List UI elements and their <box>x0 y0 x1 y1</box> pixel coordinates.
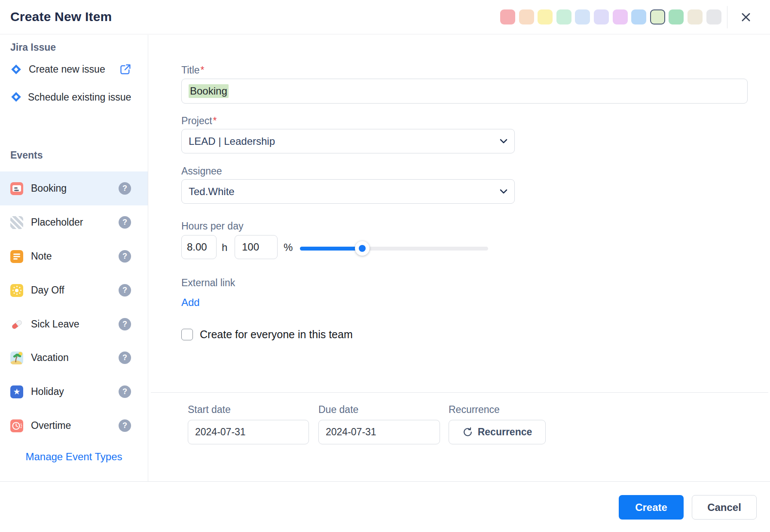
jira-icon <box>10 91 22 107</box>
required-asterisk: * <box>213 115 217 126</box>
required-asterisk: * <box>201 64 205 76</box>
start-date-label: Start date <box>188 404 231 416</box>
sidebar-item-create-new-issue[interactable]: Create new issue <box>10 59 139 79</box>
help-icon[interactable]: ? <box>119 419 131 432</box>
start-date-input[interactable]: 2024-07-31 <box>188 420 309 444</box>
create-for-team-row[interactable]: Create for everyone in this team <box>181 328 353 341</box>
page-title: Create New Item <box>10 9 112 24</box>
create-for-team-checkbox[interactable] <box>181 329 193 340</box>
color-palette <box>500 9 721 24</box>
color-swatch-purple[interactable] <box>613 9 628 24</box>
pill-icon <box>10 318 23 331</box>
color-swatch-gray[interactable] <box>706 9 721 24</box>
events-heading: Events <box>10 150 43 161</box>
help-icon[interactable]: ? <box>119 284 131 297</box>
hours-slider[interactable] <box>300 241 488 256</box>
color-swatch-lavender[interactable] <box>594 9 609 24</box>
chevron-down-icon <box>500 189 507 194</box>
help-icon[interactable]: ? <box>119 318 131 330</box>
header-divider <box>727 6 727 28</box>
help-icon[interactable]: ? <box>119 182 131 195</box>
schedule-existing-issue-label: Schedule existing issue <box>28 92 131 103</box>
help-icon[interactable]: ? <box>119 352 131 364</box>
project-select[interactable]: LEAD | Leadership <box>181 129 515 153</box>
event-item-sick-leave[interactable]: Sick Leave ? <box>0 307 148 341</box>
sidebar-item-schedule-existing-issue[interactable]: Schedule existing issue <box>10 89 133 107</box>
footer-divider <box>0 481 770 482</box>
star-icon: ★ <box>10 385 23 398</box>
dates-section-divider <box>151 392 768 393</box>
hours-unit-label: h <box>222 242 227 254</box>
event-item-note[interactable]: Note ? <box>0 239 148 273</box>
color-swatch-blue[interactable] <box>631 9 646 24</box>
create-new-issue-label: Create new issue <box>29 64 105 75</box>
sun-icon <box>10 284 23 297</box>
booking-card-icon <box>10 182 23 195</box>
due-date-label: Due date <box>318 404 358 416</box>
manage-event-types-link[interactable]: Manage Event Types <box>0 451 148 463</box>
title-value-highlighted: Booking <box>189 84 229 98</box>
jira-icon <box>10 64 22 75</box>
title-label: Title* <box>181 64 205 76</box>
recurrence-icon <box>462 427 473 437</box>
percent-input[interactable]: 100 <box>235 235 278 259</box>
close-icon <box>739 11 752 24</box>
hours-slider-fill <box>300 247 362 251</box>
dialog-header: Create New Item <box>0 0 770 34</box>
color-swatch-mint[interactable] <box>556 9 571 24</box>
chevron-down-icon <box>500 139 507 144</box>
note-lines-icon <box>10 250 23 263</box>
create-for-team-label: Create for everyone in this team <box>200 328 353 341</box>
help-icon[interactable]: ? <box>119 216 131 229</box>
close-button[interactable] <box>736 7 756 28</box>
hours-per-day-label: Hours per day <box>181 220 243 232</box>
add-external-link[interactable]: Add <box>181 297 200 309</box>
color-swatch-beige[interactable] <box>688 9 703 24</box>
event-item-placeholder[interactable]: Placeholder ? <box>0 205 148 239</box>
open-in-new-icon[interactable] <box>119 63 132 76</box>
recurrence-button[interactable]: Recurrence <box>449 420 546 444</box>
color-swatch-lightgreen-selected[interactable] <box>650 9 665 24</box>
event-item-booking[interactable]: Booking ? <box>0 171 148 205</box>
help-icon[interactable]: ? <box>119 250 131 263</box>
color-swatch-lightblue[interactable] <box>575 9 590 24</box>
external-link-label: External link <box>181 277 235 289</box>
color-swatch-green[interactable] <box>669 9 684 24</box>
color-swatch-yellow[interactable] <box>538 9 553 24</box>
assignee-select[interactable]: Ted.White <box>181 179 515 204</box>
title-input[interactable]: Booking <box>181 79 748 104</box>
event-item-overtime[interactable]: Overtime ? <box>0 409 148 443</box>
percent-unit-label: % <box>284 242 293 254</box>
sidebar: Jira Issue Create new issue <box>0 35 148 481</box>
striped-placeholder-icon <box>10 216 23 229</box>
clock-icon <box>10 419 23 432</box>
project-label: Project* <box>181 115 217 127</box>
cancel-button[interactable]: Cancel <box>692 495 757 520</box>
help-icon[interactable]: ? <box>119 385 131 398</box>
recurrence-label: Recurrence <box>449 404 500 416</box>
assignee-label: Assignee <box>181 165 222 177</box>
create-button[interactable]: Create <box>619 495 684 520</box>
event-item-day-off[interactable]: Day Off ? <box>0 273 148 307</box>
due-date-input[interactable]: 2024-07-31 <box>318 420 440 444</box>
color-swatch-pink[interactable] <box>500 9 515 24</box>
hours-slider-thumb[interactable] <box>355 241 370 256</box>
event-item-vacation[interactable]: Vacation ? <box>0 341 148 375</box>
hours-input[interactable]: 8.00 <box>181 235 217 259</box>
palm-island-icon <box>10 352 23 364</box>
color-swatch-peach[interactable] <box>519 9 534 24</box>
create-new-item-dialog: Create New Item Jira Issue <box>0 0 770 532</box>
event-item-holiday[interactable]: ★ Holiday ? <box>0 375 148 409</box>
jira-issue-heading: Jira Issue <box>10 42 56 53</box>
